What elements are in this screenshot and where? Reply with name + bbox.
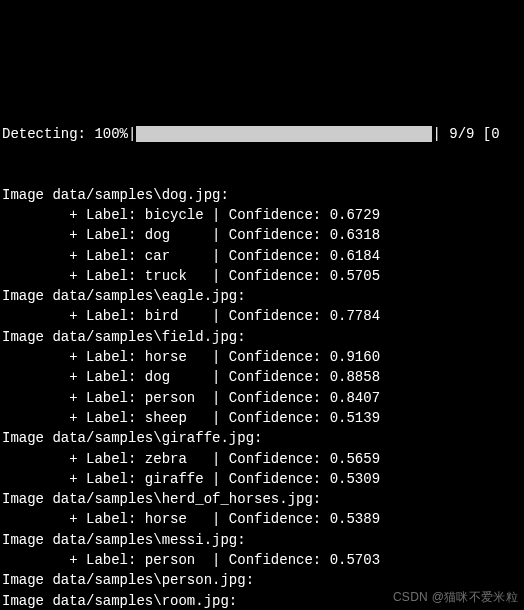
progress-counter: 9/9 [0: [441, 124, 500, 144]
watermark-text: CSDN @猫咪不爱米粒: [393, 589, 518, 606]
progress-line: Detecting: 100%|| 9/9 [0: [2, 124, 524, 144]
detection-results: Image data/samples\dog.jpg: + Label: bic…: [2, 185, 524, 610]
progress-label: Detecting: 100%: [2, 124, 128, 144]
progress-bar-right: |: [432, 124, 440, 144]
progress-bar-fill: [136, 126, 432, 142]
terminal-output: Detecting: 100%|| 9/9 [0 Image data/samp…: [0, 81, 524, 610]
progress-bar-left: |: [128, 124, 136, 144]
